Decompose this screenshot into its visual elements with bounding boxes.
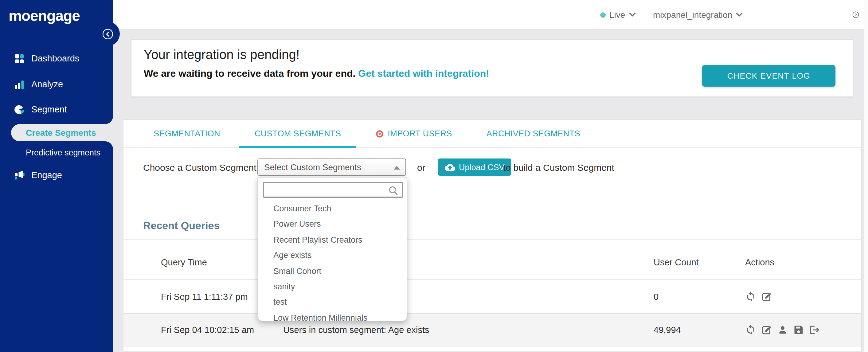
dropdown-option[interactable]: Age exists (258, 248, 407, 263)
user-count-cell: 49,994 (654, 314, 681, 346)
environment-selector[interactable]: Live (600, 0, 636, 30)
svg-text:?: ? (855, 13, 857, 17)
chevron-down-icon (629, 12, 636, 17)
tab-import-users[interactable]: IMPORT USERS (375, 120, 452, 148)
upload-csv-label: Upload CSV (459, 162, 505, 172)
integration-pending-banner: Your integration is pending! We are wait… (131, 39, 853, 97)
megaphone-icon (13, 169, 25, 181)
actions-cell (745, 314, 820, 346)
select-value: Select Custom Segments (264, 162, 361, 172)
dropdown-option[interactable]: test (258, 294, 407, 310)
live-status-dot (600, 12, 606, 18)
dropdown-option[interactable]: Low Retention Millennials (258, 310, 407, 326)
build-segment-label: to build a Custom Segment (503, 159, 614, 176)
sidebar-item-predictive-segments[interactable]: Predictive segments (26, 148, 100, 157)
banner-subtitle: We are waiting to receive data from your… (144, 68, 489, 79)
pill-fillet (105, 116, 113, 124)
dropdown-option[interactable]: Consumer Tech (258, 201, 407, 217)
banner-subtitle-text: We are waiting to receive data from your… (144, 68, 355, 78)
pill-fillet (105, 141, 113, 149)
column-header-actions: Actions (745, 257, 774, 267)
collapse-sidebar-button[interactable] (102, 28, 114, 40)
search-icon (388, 185, 399, 197)
sidebar: moengage Dashboards Analyze (0, 0, 113, 352)
edit-icon[interactable] (761, 324, 772, 335)
divider (123, 239, 861, 239)
app-root: Live mixpanel_integration ? Need help S (0, 0, 868, 352)
cloud-upload-icon (445, 162, 455, 172)
get-started-link[interactable]: Get started with integration! (358, 68, 489, 78)
question-circle-icon: ? (852, 9, 859, 20)
user-count-cell: 0 (654, 280, 658, 313)
segments-card: SEGMENTATION CUSTOM SEGMENTS IMPORT USER… (123, 119, 862, 352)
or-label: or (417, 159, 425, 176)
dropdown-options: Consumer Tech Power Users Recent Playlis… (258, 201, 407, 326)
save-icon[interactable] (793, 324, 804, 335)
choose-segment-label: Choose a Custom Segment: (143, 159, 259, 176)
banner-title: Your integration is pending! (144, 47, 300, 62)
topbar: Live mixpanel_integration ? Need help S (113, 0, 864, 30)
segment-tabs: SEGMENTATION CUSTOM SEGMENTS IMPORT USER… (123, 120, 861, 148)
dropdown-option[interactable]: sanity (258, 279, 407, 294)
sidebar-item-segment[interactable]: Segment (0, 100, 113, 119)
user-icon[interactable] (777, 324, 788, 335)
column-header-user-count: User Count (654, 257, 699, 267)
chevron-left-circle-icon (102, 28, 114, 40)
actions-cell (745, 280, 772, 313)
sidebar-item-dashboards[interactable]: Dashboards (0, 49, 113, 68)
sidebar-item-create-segments[interactable]: Create Segments (11, 124, 113, 141)
table-row: Fri Sep 11 1:11:37 pm 0 (123, 280, 861, 314)
bar-chart-icon (13, 78, 25, 90)
sidebar-item-analyze[interactable]: Analyze (0, 75, 113, 93)
query-time-cell: Fri Sep 11 1:11:37 pm (161, 280, 248, 313)
check-event-log-button[interactable]: CHECK EVENT LOG (702, 65, 835, 87)
custom-segment-select[interactable]: Select Custom Segments (257, 159, 406, 176)
tab-archived-segments[interactable]: ARCHIVED SEGMENTS (487, 120, 580, 148)
upload-csv-button[interactable]: Upload CSV (438, 159, 512, 176)
chevron-up-icon (394, 166, 400, 169)
table-row: Fri Sep 04 10:02:15 am Users in custom s… (123, 314, 861, 347)
export-icon[interactable] (809, 324, 820, 335)
grid-icon (13, 53, 25, 64)
tab-custom-segments[interactable]: CUSTOM SEGMENTS (255, 120, 341, 148)
custom-segments-dropdown: Consumer Tech Power Users Recent Playlis… (257, 177, 407, 321)
chevron-down-icon (736, 12, 743, 17)
refresh-icon[interactable] (745, 291, 756, 302)
column-header-query-time: Query Time (161, 257, 207, 267)
query-time-cell: Fri Sep 04 10:02:15 am (161, 314, 254, 346)
dropdown-option[interactable]: Small Cohort (258, 263, 407, 279)
environment-label: Live (609, 10, 625, 20)
edit-icon[interactable] (761, 291, 772, 302)
project-selector[interactable]: mixpanel_integration (653, 0, 743, 30)
refresh-icon[interactable] (745, 324, 756, 335)
recent-queries-title: Recent Queries (143, 220, 220, 232)
dropdown-search (263, 182, 403, 198)
scrollbar-track (864, 0, 868, 352)
pie-chart-icon (13, 103, 25, 115)
moengage-logo: moengage (9, 7, 80, 25)
sidebar-item-engage[interactable]: Engage (0, 166, 113, 184)
dropdown-option[interactable]: Recent Playlist Creators (258, 232, 407, 248)
dropdown-option[interactable]: Power Users (258, 217, 407, 232)
search-input[interactable] (267, 183, 387, 197)
record-icon (375, 129, 384, 138)
project-label: mixpanel_integration (653, 10, 732, 20)
tab-segmentation[interactable]: SEGMENTATION (154, 120, 220, 148)
